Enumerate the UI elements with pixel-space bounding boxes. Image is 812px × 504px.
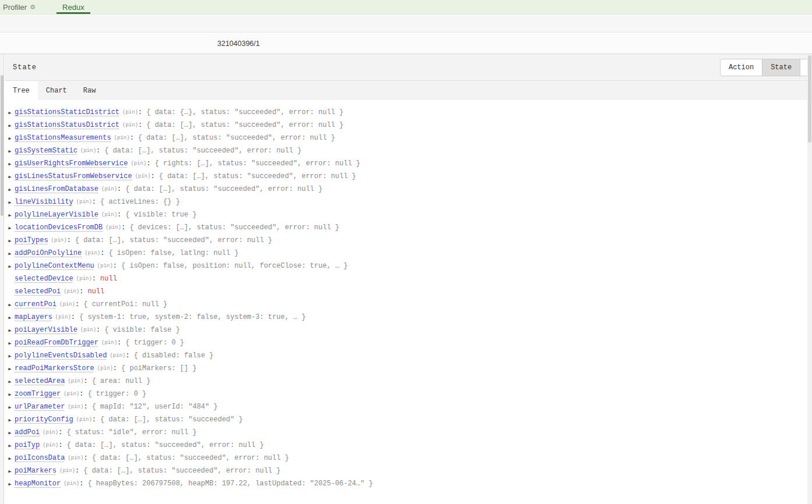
tree-row[interactable]: ▶ polylineLayerVisible (pin): { visible:… [5,208,812,221]
expand-arrow-icon[interactable]: ▶ [6,468,13,473]
state-key[interactable]: heapMonitor [15,480,61,488]
tree-row[interactable]: ▶ polylineEventsDisabled (pin): { disabl… [5,349,812,362]
pin-link[interactable]: (pin) [68,455,83,461]
state-key[interactable]: currentPoi [15,300,57,308]
tree-row[interactable]: ▶ locationDevicesFromDB (pin): { devices… [5,221,812,234]
state-key[interactable]: locationDevicesFromDB [15,223,103,232]
state-key[interactable]: gisLinesFromDatabase [15,185,98,193]
right-scrollbar-thumb[interactable] [808,55,811,143]
state-key[interactable]: polylineContextMenu [15,262,94,270]
state-key[interactable]: readPoiMarkersStore [15,364,94,372]
pin-link[interactable]: (pin) [68,404,83,410]
expand-arrow-icon[interactable]: ▶ [6,430,13,435]
state-key[interactable]: polylineEventsDisabled [15,352,107,360]
expand-arrow-icon[interactable]: ▶ [6,404,13,409]
left-scrollbar[interactable] [0,54,4,504]
expand-arrow-icon[interactable]: ▶ [6,187,13,191]
pin-link[interactable]: (pin) [101,212,117,218]
tree-row[interactable]: ▶ poiTyp (pin): { data: […], status: "su… [5,439,812,452]
tree-row[interactable]: ▶ poiReadFromDbTrigger (pin): { trigger:… [5,336,812,349]
pin-link[interactable]: (pin) [43,430,58,435]
tree-row[interactable]: ▶ selectedPoi (pin): null [5,285,812,298]
expand-arrow-icon[interactable]: ▶ [6,174,13,179]
pin-link[interactable]: (pin) [76,417,92,423]
pin-link[interactable]: (pin) [63,289,79,294]
expand-arrow-icon[interactable]: ▶ [6,148,13,153]
pin-link[interactable]: (pin) [63,481,79,487]
tree-row[interactable]: ▶ gisLinesFromDatabase (pin): { data: […… [5,183,812,196]
tab-raw[interactable]: Raw [75,81,104,100]
tree-row[interactable]: ▶ lineVisibility (pin): { activeLines: {… [5,196,812,208]
state-key[interactable]: gisUserRightsFromWebservice [15,159,128,168]
state-key[interactable]: gisStationsStatusDistrict [15,121,119,129]
view-button-state[interactable]: State [762,59,800,76]
tree-row[interactable]: ▶ currentPoi (pin): { currentPoi: null } [5,298,812,311]
state-key[interactable]: poiTyp [15,441,40,449]
pin-link[interactable]: (pin) [101,340,117,346]
pin-link[interactable]: (pin) [101,186,117,192]
state-key[interactable]: gisLinesStatusFromWebservice [15,172,132,180]
tree-row[interactable]: ▶ priorityConfig (pin): { data: […], sta… [5,413,812,426]
expand-arrow-icon[interactable]: ▶ [6,200,13,204]
expand-arrow-icon[interactable]: ▶ [6,238,13,243]
tree-row[interactable]: ▶ poiTypes (pin): { data: […], status: "… [5,234,812,247]
pin-link[interactable]: (pin) [63,391,79,397]
state-key[interactable]: addPoi [15,428,40,436]
pin-link[interactable]: (pin) [97,365,113,371]
state-key[interactable]: lineVisibility [15,198,73,206]
tree-row[interactable]: ▶ poiLayerVisible (pin): { visible: fals… [5,324,812,336]
expand-arrow-icon[interactable]: ▶ [6,123,13,127]
expand-arrow-icon[interactable]: ▶ [6,212,13,217]
expand-arrow-icon[interactable]: ▶ [6,251,13,255]
expand-arrow-icon[interactable]: ▶ [6,302,13,307]
expand-arrow-icon[interactable]: ▶ [6,366,13,371]
tree-row[interactable]: ▶ readPoiMarkersStore (pin): { poiMarker… [5,362,812,375]
state-key[interactable]: poiTypes [15,236,48,244]
pin-link[interactable]: (pin) [135,173,151,179]
expand-arrow-icon[interactable]: ▶ [6,136,13,140]
state-key[interactable]: selectedArea [15,377,65,385]
pin-link[interactable]: (pin) [97,263,113,269]
expand-arrow-icon[interactable]: ▶ [6,417,13,422]
state-key[interactable]: poiIconsData [15,454,65,462]
state-key[interactable]: poiMarkers [15,467,57,475]
pin-link[interactable]: (pin) [105,225,121,230]
view-button-action[interactable]: Action [720,59,762,76]
state-key[interactable]: polylineLayerVisible [15,211,98,219]
pin-link[interactable]: (pin) [114,135,130,141]
pin-link[interactable]: (pin) [68,378,83,384]
pin-link[interactable]: (pin) [84,250,100,256]
tree-row[interactable]: ▶ gisStationsMeasurements (pin): { data:… [5,132,812,144]
tree-row[interactable]: ▶ addPoi (pin): { status: "idle", error:… [5,426,812,439]
state-key[interactable]: addPoiOnPolyline [15,249,82,257]
tree-row[interactable]: ▶ polylineContextMenu (pin): { isOpen: f… [5,260,812,272]
tree-row[interactable]: ▶ gisSystemStatic (pin): { data: […], st… [5,144,812,157]
right-scrollbar[interactable] [807,54,812,504]
tree-row[interactable]: ▶ poiIconsData (pin): { data: […], statu… [5,452,812,464]
tree-row[interactable]: ▶ selectedArea (pin): { area: null } [5,375,812,388]
pin-link[interactable]: (pin) [122,122,138,128]
pin-link[interactable]: (pin) [130,161,146,166]
pin-link[interactable]: (pin) [110,353,125,359]
state-key[interactable]: gisSystemStatic [15,147,77,155]
tree-row[interactable]: ▶ heapMonitor (pin): { heapBytes: 206797… [5,477,812,490]
state-key[interactable]: selectedPoi [15,288,61,296]
pin-link[interactable]: (pin) [59,301,75,307]
state-key[interactable]: zoomTrigger [15,390,61,398]
expand-arrow-icon[interactable]: ▶ [6,481,13,486]
tab-chart[interactable]: Chart [38,81,75,100]
tree-row[interactable]: ▶ gisUserRightsFromWebservice (pin): { r… [5,157,812,170]
state-key[interactable]: gisStationsStaticDistrict [15,108,119,116]
expand-arrow-icon[interactable]: ▶ [6,110,13,115]
state-key[interactable]: gisStationsMeasurements [15,134,111,142]
expand-arrow-icon[interactable]: ▶ [6,328,13,332]
tree-row[interactable]: ▶ gisStationsStaticDistrict (pin): { dat… [5,106,812,119]
tree-row[interactable]: ▶ gisStationsStatusDistrict (pin): { dat… [5,119,812,132]
expand-arrow-icon[interactable]: ▶ [6,161,13,166]
settings-gear-icon[interactable]: ⚙ [30,3,36,11]
tree-row[interactable]: ▶ urlParameter (pin): { mapId: "12", use… [5,400,812,413]
expand-arrow-icon[interactable]: ▶ [6,353,13,358]
tab-profiler[interactable]: Profiler ⚙ [0,0,41,14]
pin-link[interactable]: (pin) [76,199,92,205]
tab-redux[interactable]: Redux [57,0,90,14]
